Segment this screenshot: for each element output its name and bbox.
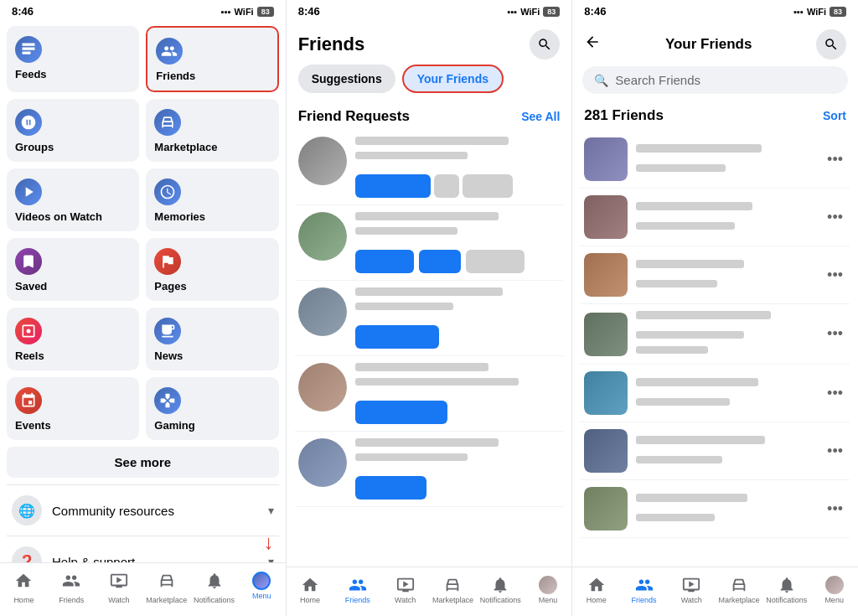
delete-btn-blur-2[interactable] <box>466 250 525 273</box>
confirm-btn-3[interactable] <box>355 325 439 349</box>
nav-marketplace-2[interactable]: Marketplace <box>429 572 477 608</box>
menu-item-feeds[interactable]: Feeds <box>7 26 139 92</box>
nav-menu-1[interactable]: Menu <box>238 568 286 608</box>
confirm-btn-2[interactable] <box>355 250 414 273</box>
saved-icon <box>15 248 42 275</box>
nav-home-3[interactable]: Home <box>572 572 620 608</box>
signal-icon: ▪▪▪ <box>221 7 231 17</box>
menu-item-events[interactable]: Events <box>7 377 139 440</box>
community-resources-row[interactable]: 🌐 Community resources ▾ <box>7 484 279 536</box>
nav-notifications-2[interactable]: Notifications <box>477 572 525 608</box>
back-button[interactable] <box>584 34 601 55</box>
friend-list-avatar-1 <box>584 137 628 181</box>
friends-icon-2 <box>349 576 367 594</box>
nav-home-2[interactable]: Home <box>287 572 334 608</box>
friends-search-bar[interactable]: 🔍 Search Friends <box>582 66 848 94</box>
sort-button[interactable]: Sort <box>823 109 846 122</box>
friend-list-avatar-6 <box>584 429 628 473</box>
friend-actions-5 <box>355 476 561 500</box>
more-options-2[interactable]: ••• <box>824 205 846 230</box>
nav-notifications-3[interactable]: Notifications <box>762 572 810 608</box>
help-support-row[interactable]: ❓ Help & support ▾ <box>7 536 279 562</box>
friend-list-item-4: ••• <box>581 304 850 365</box>
friend-list-info-2 <box>636 202 815 233</box>
notifications-nav-label-1: Notifications <box>194 596 235 604</box>
more-options-1[interactable]: ••• <box>824 148 846 172</box>
menu-item-friends[interactable]: Friends <box>146 26 278 92</box>
help-icon: ❓ <box>12 546 42 562</box>
delete-btn-blur-1b[interactable] <box>463 174 513 198</box>
menu-item-pages[interactable]: Pages <box>146 238 278 301</box>
status-bar-3: 8:46 ▪▪▪ WiFi 83 <box>572 0 858 21</box>
more-options-7[interactable]: ••• <box>824 497 846 521</box>
friend-list-avatar-2 <box>584 195 628 239</box>
your-friends-search-button[interactable] <box>816 29 846 60</box>
friend-list-item-3: ••• <box>581 246 850 304</box>
confirm-btn-4[interactable] <box>355 401 447 424</box>
nav-watch-1[interactable]: Watch <box>96 568 143 608</box>
home-icon-3 <box>587 576 606 594</box>
status-icons-1: ▪▪▪ WiFi 83 <box>221 7 274 17</box>
friends-nav-icon-1 <box>62 572 80 594</box>
community-label: Community resources <box>52 504 268 518</box>
nav-friends-3[interactable]: Friends <box>620 572 668 608</box>
friend-list-item-2: ••• <box>581 189 850 246</box>
your-friends-header: Your Friends <box>572 21 858 66</box>
help-label: Help & support <box>52 555 268 563</box>
nav-notifications-1[interactable]: Notifications <box>190 568 238 608</box>
delete-btn-blur-1[interactable] <box>434 174 459 198</box>
nav-marketplace-3[interactable]: Marketplace <box>716 572 763 608</box>
reels-icon <box>15 318 42 344</box>
marketplace-nav-icon-1 <box>158 572 176 594</box>
nav-watch-2[interactable]: Watch <box>381 572 429 608</box>
menu-item-saved[interactable]: Saved <box>7 238 139 301</box>
friends-header: Friends <box>287 21 572 65</box>
news-label: News <box>154 349 270 362</box>
friend-actions-3 <box>355 325 561 349</box>
more-options-5[interactable]: ••• <box>824 381 846 406</box>
status-icons-3: ▪▪▪ WiFi 83 <box>793 7 846 17</box>
friend-list-info-6 <box>636 436 815 467</box>
friend-list-name-7 <box>636 494 747 502</box>
watch-nav-icon-1 <box>110 572 128 594</box>
nav-friends-2[interactable]: Friends <box>333 572 381 608</box>
friends-search-button[interactable] <box>530 29 560 60</box>
time-2: 8:46 <box>298 5 320 18</box>
menu-label-2: Menu <box>539 596 558 604</box>
menu-item-gaming[interactable]: Gaming <box>146 377 278 440</box>
see-all-link[interactable]: See All <box>521 110 560 123</box>
confirm-btn-5[interactable] <box>355 476 426 500</box>
more-options-3[interactable]: ••• <box>824 263 846 287</box>
nav-menu-3[interactable]: Menu <box>810 572 858 608</box>
search-friends-placeholder: Search Friends <box>615 73 700 87</box>
friend-list-name-4 <box>636 311 770 319</box>
menu-item-reels[interactable]: Reels <box>7 308 139 370</box>
arrow-down-indicator: ↓ <box>264 531 274 554</box>
friend-requests-list <box>287 130 572 567</box>
groups-label: Groups <box>15 141 131 153</box>
nav-home-1[interactable]: Home <box>0 568 48 608</box>
more-options-4[interactable]: ••• <box>824 322 846 346</box>
menu-item-news[interactable]: News <box>146 308 278 370</box>
menu-item-groups[interactable]: Groups <box>7 99 139 162</box>
notifications-icon-3 <box>778 576 796 594</box>
friend-list-sub-3 <box>636 280 716 287</box>
confirm-btn-1[interactable] <box>355 174 431 198</box>
confirm-btn-2b[interactable] <box>419 250 461 273</box>
menu-item-memories[interactable]: Memories <box>146 168 278 231</box>
nav-watch-3[interactable]: Watch <box>668 572 716 608</box>
friend-list-sub-7 <box>636 514 715 521</box>
marketplace-label: Marketplace <box>154 141 270 153</box>
more-options-6[interactable]: ••• <box>824 439 846 463</box>
signal-icon-2: ▪▪▪ <box>508 7 518 17</box>
see-more-button[interactable]: See more <box>7 447 279 478</box>
menu-item-watch[interactable]: Videos on Watch <box>7 168 139 231</box>
menu-item-marketplace[interactable]: Marketplace <box>146 99 278 162</box>
friend-mutual-blur-3 <box>355 303 453 310</box>
nav-menu-2[interactable]: Menu <box>525 572 572 608</box>
friend-requests-header: Friend Requests See All <box>287 101 572 130</box>
nav-marketplace-1[interactable]: Marketplace <box>142 568 190 608</box>
your-friends-tab[interactable]: Your Friends <box>402 65 504 93</box>
suggestions-tab[interactable]: Suggestions <box>298 65 395 93</box>
nav-friends-1[interactable]: Friends <box>48 568 96 608</box>
